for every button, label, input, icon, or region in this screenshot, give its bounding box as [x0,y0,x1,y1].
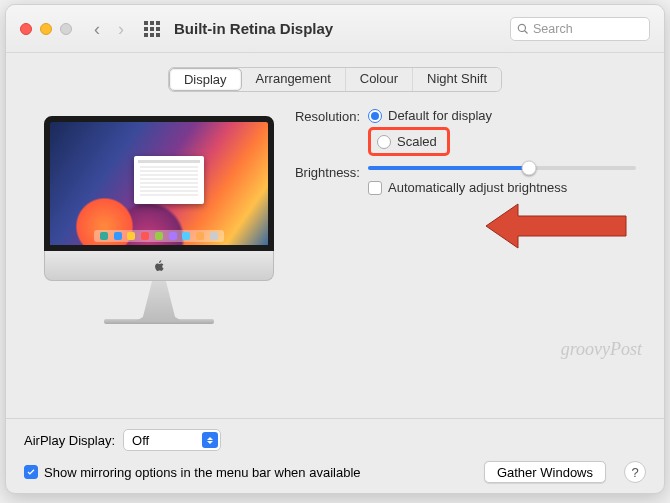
auto-brightness-option[interactable]: Automatically adjust brightness [368,180,636,195]
radio-checked-icon [368,109,382,123]
display-settings: Resolution: Default for display Scaled [284,108,636,418]
tab-colour[interactable]: Colour [346,68,413,91]
dock-preview [94,230,224,242]
brightness-label: Brightness: [284,164,368,180]
imac-screen [44,116,274,251]
auto-brightness-label: Automatically adjust brightness [388,180,567,195]
imac-chin [44,251,274,281]
search-placeholder: Search [533,22,573,36]
gather-windows-button[interactable]: Gather Windows [484,461,606,483]
slider-fill [368,166,529,170]
search-icon [517,23,529,35]
bottom-panel: AirPlay Display: Off Show mirroring opti… [6,419,664,493]
minimize-icon[interactable] [40,23,52,35]
mini-window-icon [134,156,204,204]
brightness-slider[interactable] [368,166,636,170]
tabbar: Display Arrangement Colour Night Shift [6,53,664,104]
resolution-scaled-option[interactable]: Scaled [377,134,437,149]
airplay-select[interactable]: Off [123,429,221,451]
show-all-icon[interactable] [144,21,160,37]
tab-night-shift[interactable]: Night Shift [413,68,501,91]
preferences-window: ‹ › Built-in Retina Display Search Displ… [5,4,665,494]
tab-display[interactable]: Display [169,68,242,91]
checkbox-checked-icon[interactable] [24,465,38,479]
resolution-default-option[interactable]: Default for display [368,108,636,123]
airplay-label: AirPlay Display: [24,433,115,448]
window-controls [20,23,72,35]
titlebar: ‹ › Built-in Retina Display Search [6,5,664,53]
slider-thumb-icon[interactable] [521,161,536,176]
imac-stand [136,281,182,321]
nav-buttons: ‹ › [94,20,124,38]
window-title: Built-in Retina Display [174,20,333,37]
airplay-value: Off [132,433,149,448]
tab-arrangement[interactable]: Arrangement [242,68,346,91]
resolution-default-label: Default for display [388,108,492,123]
resolution-scaled-label: Scaled [397,134,437,149]
scaled-highlight: Scaled [368,127,450,156]
select-caret-icon [202,432,218,448]
search-input[interactable]: Search [510,17,650,41]
maximize-icon [60,23,72,35]
content-area: Resolution: Default for display Scaled [6,104,664,418]
apple-logo-icon [153,259,165,273]
help-button[interactable]: ? [624,461,646,483]
segmented-control: Display Arrangement Colour Night Shift [168,67,502,92]
radio-unchecked-icon [377,135,391,149]
resolution-label: Resolution: [284,108,368,124]
back-button[interactable]: ‹ [94,20,100,38]
forward-button[interactable]: › [118,20,124,38]
wallpaper-preview [50,122,268,245]
checkbox-unchecked-icon [368,181,382,195]
close-icon[interactable] [20,23,32,35]
display-preview [34,108,284,418]
mirroring-checkbox-label: Show mirroring options in the menu bar w… [44,465,361,480]
